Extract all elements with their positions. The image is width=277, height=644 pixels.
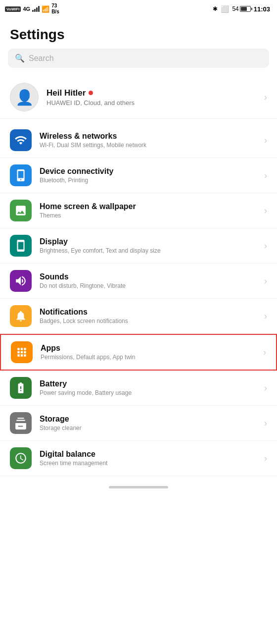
search-bar[interactable]: 🔍 Search [8, 49, 269, 68]
settings-item-home-screen[interactable]: Home screen & wallpaper Themes › [0, 193, 277, 228]
wireless-icon [10, 129, 32, 151]
profile-subtitle: HUAWEI ID, Cloud, and others [46, 99, 256, 107]
digital-balance-subtitle: Screen time management [40, 460, 256, 467]
profile-chevron: › [264, 92, 267, 103]
wireless-text: Wireless & networks Wi-Fi, Dual SIM sett… [40, 132, 256, 149]
wifi-icon: 📶 [42, 5, 49, 13]
search-icon: 🔍 [15, 54, 25, 63]
device-connectivity-chevron: › [264, 170, 267, 181]
device-connectivity-text: Device connectivity Bluetooth, Printing [40, 167, 256, 184]
battery-subtitle: Power saving mode, Battery usage [40, 389, 256, 396]
profile-name: Heil Hitler [46, 88, 256, 98]
avatar-icon: 👤 [15, 89, 34, 106]
settings-list: Wireless & networks Wi-Fi, Dual SIM sett… [0, 119, 277, 480]
profile-info: Heil Hitler HUAWEI ID, Cloud, and others [46, 88, 256, 107]
storage-chevron: › [264, 418, 267, 429]
vowifi-indicator: VoWiFi [5, 6, 21, 12]
apps-icon [11, 341, 33, 363]
vibrate-icon: ⬜ [221, 5, 229, 13]
battery-title: Battery [40, 379, 256, 388]
home-screen-subtitle: Themes [40, 212, 256, 219]
notifications-text: Notifications Badges, Lock screen notifi… [40, 308, 256, 324]
battery-level: 54 [232, 5, 238, 12]
apps-subtitle: Permissions, Default apps, App twin [41, 354, 255, 361]
settings-item-battery[interactable]: Battery Power saving mode, Battery usage… [0, 371, 277, 406]
digital-balance-title: Digital balance [40, 450, 256, 459]
wireless-subtitle: Wi-Fi, Dual SIM settings, Mobile network [40, 142, 256, 149]
notifications-subtitle: Badges, Lock screen notifications [40, 318, 256, 324]
profile-section[interactable]: 👤 Heil Hitler HUAWEI ID, Cloud, and othe… [0, 76, 277, 119]
storage-title: Storage [40, 415, 256, 424]
display-chevron: › [264, 241, 267, 251]
apps-title: Apps [41, 344, 255, 353]
digital-balance-text: Digital balance Screen time management [40, 450, 256, 467]
sounds-subtitle: Do not disturb, Ringtone, Vibrate [40, 282, 256, 289]
sounds-chevron: › [264, 276, 267, 286]
battery-settings-icon [10, 377, 32, 399]
home-screen-icon [10, 200, 32, 221]
battery-icon [240, 6, 251, 12]
settings-item-display[interactable]: Display Brightness, Eye comfort, Text an… [0, 228, 277, 264]
home-screen-text: Home screen & wallpaper Themes [40, 202, 256, 219]
speed-indicator: 73B/s [51, 3, 59, 15]
sounds-title: Sounds [40, 272, 256, 281]
storage-icon [10, 412, 32, 434]
settings-item-notifications[interactable]: Notifications Badges, Lock screen notifi… [0, 299, 277, 334]
sounds-text: Sounds Do not disturb, Ringtone, Vibrate [40, 272, 256, 289]
digital-balance-icon [10, 447, 32, 469]
notifications-chevron: › [264, 311, 267, 322]
wireless-title: Wireless & networks [40, 132, 256, 141]
apps-text: Apps Permissions, Default apps, App twin [41, 344, 255, 361]
online-indicator [89, 91, 93, 95]
wireless-chevron: › [264, 135, 267, 146]
battery-text: Battery Power saving mode, Battery usage [40, 379, 256, 396]
home-screen-chevron: › [264, 206, 267, 216]
sounds-icon [10, 270, 32, 292]
battery-container: 54 [232, 5, 250, 12]
settings-item-apps[interactable]: Apps Permissions, Default apps, App twin… [0, 334, 277, 371]
settings-item-sounds[interactable]: Sounds Do not disturb, Ringtone, Vibrate… [0, 264, 277, 299]
display-subtitle: Brightness, Eye comfort, Text and displa… [40, 247, 256, 254]
time-display: 11:03 [254, 5, 270, 13]
bluetooth-icon: ✱ [213, 5, 218, 12]
status-left: VoWiFi 4G 📶 73B/s [5, 3, 59, 15]
digital-balance-chevron: › [264, 453, 267, 464]
home-bar [109, 486, 168, 488]
settings-item-device-connectivity[interactable]: Device connectivity Bluetooth, Printing … [0, 158, 277, 193]
status-right: ✱ ⬜ 54 11:03 [213, 5, 270, 13]
settings-item-storage[interactable]: Storage Storage cleaner › [0, 406, 277, 441]
search-placeholder: Search [29, 54, 54, 63]
storage-subtitle: Storage cleaner [40, 425, 256, 431]
page-title: Settings [0, 18, 277, 49]
display-icon [10, 235, 32, 257]
display-text: Display Brightness, Eye comfort, Text an… [40, 237, 256, 254]
home-indicator [0, 480, 277, 496]
apps-chevron: › [263, 347, 266, 358]
settings-item-digital-balance[interactable]: Digital balance Screen time management › [0, 441, 277, 476]
settings-item-wireless[interactable]: Wireless & networks Wi-Fi, Dual SIM sett… [0, 123, 277, 158]
status-bar: VoWiFi 4G 📶 73B/s ✱ ⬜ 54 11:03 [0, 0, 277, 18]
device-connectivity-subtitle: Bluetooth, Printing [40, 177, 256, 184]
home-screen-title: Home screen & wallpaper [40, 202, 256, 211]
device-connectivity-title: Device connectivity [40, 167, 256, 176]
storage-text: Storage Storage cleaner [40, 415, 256, 431]
notifications-icon [10, 305, 32, 327]
display-title: Display [40, 237, 256, 246]
battery-chevron: › [264, 383, 267, 393]
notifications-title: Notifications [40, 308, 256, 317]
signal-bars [32, 6, 40, 12]
device-connectivity-icon [10, 164, 32, 186]
avatar: 👤 [10, 83, 39, 111]
signal-4g: 4G [23, 6, 30, 12]
